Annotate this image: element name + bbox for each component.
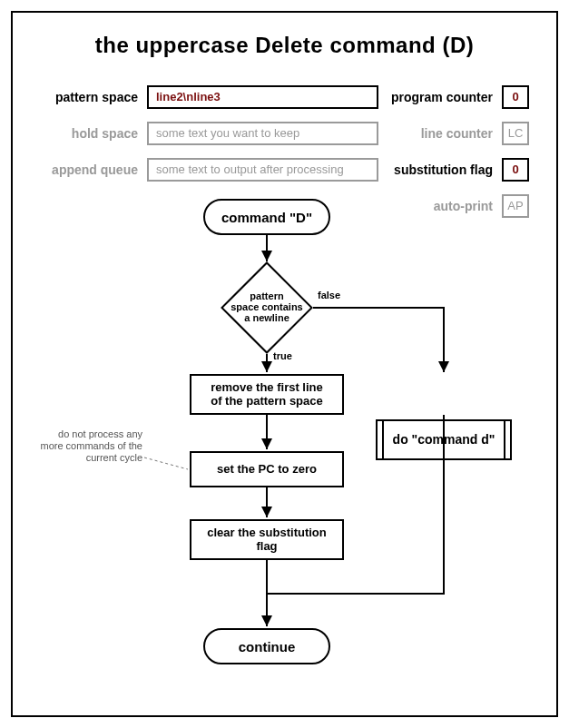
append-queue-value: some text to output after processing [147,158,378,182]
line-counter-value: LC [502,122,529,145]
append-queue-label: append queue [40,162,147,177]
flow-arrows [13,13,560,719]
proc-remove: remove the first lineof the pattern spac… [190,374,344,415]
hold-space-value: some text you want to keep [147,122,378,145]
edge-true-label: true [273,350,292,361]
decision-text: patternspace containsa newline [221,290,312,323]
annotation-note: do not process anymore commands of thecu… [29,428,142,465]
program-counter-label: program counter [378,90,502,104]
line-counter-label: line counter [378,126,502,141]
sub-flag-label: substitution flag [378,162,502,177]
svg-line-5 [144,457,188,469]
pattern-space-label: pattern space [40,90,147,104]
page-title: the uppercase Delete command (D) [13,33,556,58]
edge-false-label: false [318,290,340,300]
pattern-space-value: line2\nline3 [147,85,378,109]
proc-set-pc: set the PC to zero [190,451,344,487]
auto-print-value: AP [502,194,529,218]
subroutine-do-d: do "command d" [376,419,512,460]
program-counter-value: 0 [502,85,529,109]
hold-space-label: hold space [40,126,147,141]
terminal-start: command "D" [203,199,330,235]
proc-clear: clear the substitutionflag [190,519,344,560]
auto-print-label: auto-print [378,199,502,213]
sub-flag-value: 0 [502,158,529,182]
terminal-continue: continue [203,628,330,664]
